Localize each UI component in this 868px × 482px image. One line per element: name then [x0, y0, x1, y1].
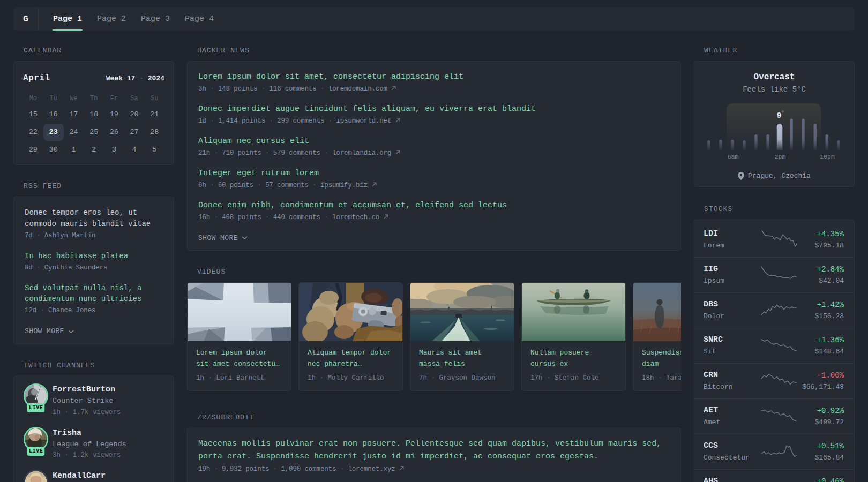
svg-text:°: ° — [781, 110, 784, 116]
